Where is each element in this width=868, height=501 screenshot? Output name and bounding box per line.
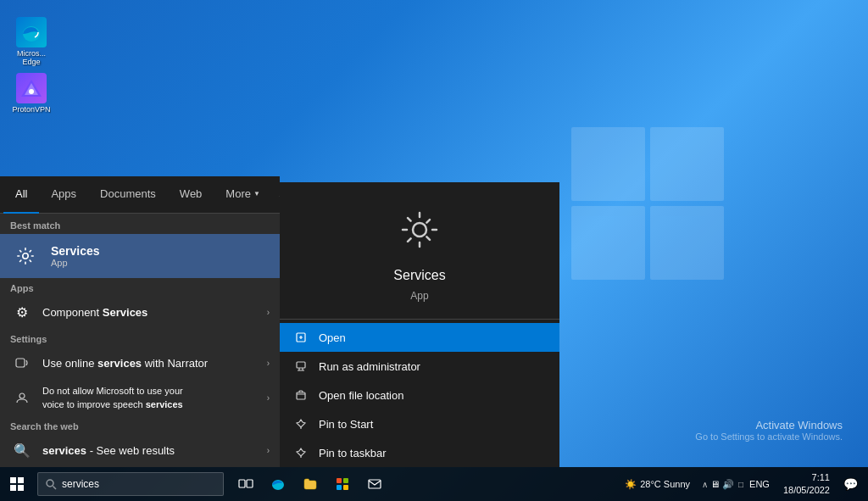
tab-web[interactable]: Web bbox=[168, 176, 214, 214]
chevron-up-icon[interactable]: ∧ bbox=[702, 480, 708, 489]
best-match-item[interactable]: Services App bbox=[0, 234, 280, 278]
apps-section-header: Apps bbox=[0, 278, 280, 295]
tab-more[interactable]: More ▼ bbox=[214, 176, 272, 214]
open-file-location-label: Open file location bbox=[319, 389, 403, 402]
svg-rect-10 bbox=[297, 392, 305, 399]
pin-to-start-label: Pin to Start bbox=[319, 418, 373, 431]
context-divider bbox=[280, 319, 559, 320]
context-open[interactable]: Open bbox=[280, 323, 559, 352]
svg-rect-9 bbox=[297, 362, 305, 368]
edge-label: Micros...Edge bbox=[17, 49, 46, 66]
chevron-down-icon: ▼ bbox=[253, 190, 260, 198]
result-use-online-services[interactable]: Use online services with Narrator › bbox=[0, 346, 280, 380]
context-run-as-admin[interactable]: Run as administrator bbox=[280, 352, 559, 381]
svg-rect-25 bbox=[343, 485, 348, 490]
best-match-info: Services App bbox=[51, 244, 100, 268]
svg-rect-19 bbox=[239, 480, 245, 487]
activate-subtitle: Go to Settings to activate Windows. bbox=[695, 431, 843, 442]
web-search-label: services - See web results bbox=[42, 444, 267, 457]
windows-watermark bbox=[529, 85, 766, 322]
chevron-right-icon-2: › bbox=[267, 359, 270, 368]
result-do-not-allow[interactable]: Do not allow Microsoft to use yourvoice … bbox=[0, 380, 280, 416]
svg-rect-23 bbox=[343, 478, 348, 483]
network-icon[interactable]: 🖥 bbox=[710, 479, 720, 489]
activate-title: Activate Windows bbox=[695, 419, 843, 431]
desktop-icon-area: Micros...Edge ProtonVPN bbox=[10, 17, 53, 114]
narrator-icon bbox=[10, 351, 34, 375]
svg-rect-22 bbox=[337, 478, 342, 483]
system-clock[interactable]: 7:11 18/05/2022 bbox=[776, 471, 837, 498]
search-web-header: Search the web bbox=[0, 416, 280, 433]
preview-app-name: Services bbox=[393, 268, 445, 283]
shield-icon bbox=[293, 359, 309, 374]
chevron-right-icon-4: › bbox=[267, 446, 270, 455]
sun-icon: ☀️ bbox=[625, 479, 637, 490]
tab-all[interactable]: All bbox=[3, 176, 39, 214]
context-panel: Services App Open Run as administrator bbox=[280, 182, 559, 467]
svg-point-6 bbox=[19, 393, 25, 398]
context-pin-to-start[interactable]: Pin to Start bbox=[280, 409, 559, 438]
context-pin-to-taskbar[interactable]: Pin to taskbar bbox=[280, 438, 559, 467]
chevron-right-icon-3: › bbox=[267, 393, 270, 403]
svg-point-3 bbox=[29, 89, 34, 94]
context-open-file-location[interactable]: Open file location bbox=[280, 381, 559, 409]
app-preview: Services App bbox=[280, 182, 559, 319]
svg-rect-5 bbox=[16, 359, 25, 367]
weather-text: 28°C Sunny bbox=[640, 479, 690, 489]
taskbar-app-icons bbox=[231, 467, 390, 501]
file-explorer-taskbar-icon[interactable] bbox=[295, 467, 326, 501]
taskbar-search-bar[interactable] bbox=[37, 472, 224, 496]
volume-icon[interactable]: 🔊 bbox=[722, 479, 734, 490]
services-app-icon bbox=[10, 241, 41, 271]
search-results: Best match Services App Apps ⚙ Component… bbox=[0, 214, 280, 467]
open-icon bbox=[293, 330, 309, 345]
result-component-services[interactable]: ⚙ Component Services › bbox=[0, 295, 280, 329]
result-web-search[interactable]: 🔍 services - See web results › bbox=[0, 433, 280, 467]
speaker-icon[interactable]: □ bbox=[738, 480, 743, 489]
start-button[interactable] bbox=[0, 467, 34, 501]
pin-start-icon bbox=[293, 416, 309, 431]
svg-rect-14 bbox=[18, 477, 24, 483]
edge-taskbar-icon[interactable] bbox=[263, 467, 293, 501]
svg-point-17 bbox=[47, 480, 53, 487]
edge-icon bbox=[16, 17, 47, 47]
web-search-icon: 🔍 bbox=[10, 438, 34, 462]
file-location-icon bbox=[293, 387, 309, 403]
settings-section-header: Settings bbox=[0, 329, 280, 346]
preview-app-type: App bbox=[410, 290, 428, 302]
component-services-icon: ⚙ bbox=[10, 300, 34, 324]
voice-icon bbox=[10, 387, 34, 410]
pin-taskbar-icon bbox=[293, 445, 309, 460]
desktop-icon-protonvpn[interactable]: ProtonVPN bbox=[10, 73, 53, 114]
component-services-label: Component Services bbox=[42, 306, 267, 319]
task-view-icon[interactable] bbox=[231, 467, 261, 501]
tab-documents[interactable]: Documents bbox=[88, 176, 168, 214]
services-large-icon bbox=[398, 208, 442, 261]
svg-rect-26 bbox=[369, 480, 381, 488]
weather-widget[interactable]: ☀️ 28°C Sunny bbox=[620, 479, 695, 490]
desktop-icon-edge[interactable]: Micros...Edge bbox=[10, 17, 53, 66]
svg-line-18 bbox=[53, 487, 57, 490]
protonvpn-label: ProtonVPN bbox=[12, 105, 50, 114]
taskbar: ☀️ 28°C Sunny ∧ 🖥 🔊 □ ENG 7:11 18/05/202… bbox=[0, 467, 868, 501]
lang-label[interactable]: ENG bbox=[749, 479, 770, 489]
tab-apps[interactable]: Apps bbox=[39, 176, 88, 214]
svg-point-7 bbox=[413, 223, 426, 237]
svg-rect-13 bbox=[10, 477, 16, 483]
svg-rect-15 bbox=[10, 485, 16, 491]
run-as-admin-label: Run as administrator bbox=[319, 360, 420, 373]
chevron-right-icon: › bbox=[267, 308, 270, 317]
mail-taskbar-icon[interactable] bbox=[359, 467, 390, 501]
clock-date: 18/05/2022 bbox=[783, 484, 830, 497]
notifications-icon[interactable]: 💬 bbox=[840, 477, 861, 491]
taskbar-search-input[interactable] bbox=[62, 478, 214, 490]
svg-rect-20 bbox=[247, 480, 253, 487]
best-match-header: Best match bbox=[0, 214, 280, 234]
clock-time: 7:11 bbox=[783, 471, 830, 484]
store-taskbar-icon[interactable] bbox=[327, 467, 358, 501]
search-window: All Apps Documents Web More ▼ ··· ✕ Best bbox=[0, 176, 280, 467]
protonvpn-icon bbox=[16, 73, 47, 103]
system-tray: ∧ 🖥 🔊 □ ENG bbox=[698, 479, 773, 490]
svg-point-4 bbox=[23, 253, 28, 259]
pin-to-taskbar-label: Pin to taskbar bbox=[319, 447, 387, 459]
